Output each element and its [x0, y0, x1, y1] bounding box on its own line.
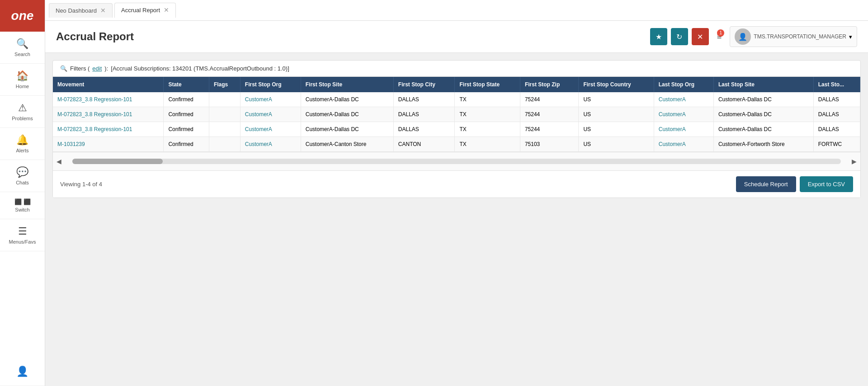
table-cell[interactable]: M-072823_3.8 Regression-101 [53, 92, 164, 107]
table-cell-link[interactable]: M-072823_3.8 Regression-101 [57, 111, 132, 118]
table-cell[interactable]: M-072823_3.8 Regression-101 [53, 122, 164, 137]
table-cell-link[interactable]: CustomerA [659, 96, 686, 103]
switch-icons: ⬛ ⬛ [14, 198, 31, 205]
table-cell [209, 107, 240, 122]
sidebar-label-search: Search [14, 52, 30, 57]
table-cell[interactable]: CustomerA [654, 107, 713, 122]
col-last-stop-org: Last Stop Org [654, 77, 713, 92]
table-cell-link[interactable]: CustomerA [245, 111, 272, 118]
table-cell: 75244 [520, 107, 578, 122]
user-dropdown[interactable]: 👤 TMS.TRANSPORTATION_MANAGER ▾ [730, 26, 857, 47]
table-cell[interactable]: CustomerA [240, 122, 301, 137]
table-body: M-072823_3.8 Regression-101ConfirmedCust… [53, 92, 860, 152]
table-row: M-072823_3.8 Regression-101ConfirmedCust… [53, 122, 860, 137]
star-button[interactable]: ★ [650, 28, 667, 45]
table-cell [209, 92, 240, 107]
col-last-stop: Last Sto... [813, 77, 860, 92]
table-cell[interactable]: CustomerA [654, 137, 713, 152]
scroll-left-arrow[interactable]: ◀ [55, 156, 63, 167]
close-icon: ✕ [697, 33, 703, 41]
table-cell[interactable]: M-1031239 [53, 137, 164, 152]
table-cell-link[interactable]: M-072823_3.8 Regression-101 [57, 126, 132, 132]
menu-button[interactable]: ≡ 1 [712, 29, 726, 44]
tab-label-accrual-report: Accrual Report [121, 7, 160, 14]
table-cell: DALLAS [393, 107, 455, 122]
scroll-right-arrow[interactable]: ▶ [850, 156, 859, 167]
sidebar-label-menus: Menus/Favs [9, 239, 36, 245]
sidebar-item-home[interactable]: 🏠 Home [0, 64, 45, 96]
table-cell[interactable]: CustomerA [240, 92, 301, 107]
table-cell: DALLAS [393, 92, 455, 107]
table-cell[interactable]: CustomerA [240, 137, 301, 152]
table-cell: CustomerA-Dallas DC [301, 107, 393, 122]
sidebar: one 🔍 Search 🏠 Home ⚠ Problems 🔔 Alerts … [0, 0, 45, 386]
sidebar-bottom: 👤 [0, 359, 45, 386]
col-state: State [164, 77, 209, 92]
user-name: TMS.TRANSPORTATION_MANAGER [754, 33, 846, 40]
export-csv-button[interactable]: Export to CSV [800, 176, 853, 192]
menus-icon: ☰ [18, 226, 27, 237]
table-row: M-072823_3.8 Regression-101ConfirmedCust… [53, 92, 860, 107]
table-cell: CANTON [393, 137, 455, 152]
filters-edit-link[interactable]: edit [92, 65, 102, 72]
sidebar-item-chats[interactable]: 💬 Chats [0, 160, 45, 192]
col-first-stop-state: First Stop State [455, 77, 520, 92]
page-header: Accrual Report ★ ↻ ✕ ≡ 1 👤 TMS.TRANSPORT… [45, 21, 868, 53]
tab-accrual-report[interactable]: Accrual Report ✕ [114, 3, 176, 18]
table-cell: 75244 [520, 122, 578, 137]
sidebar-item-problems[interactable]: ⚠ Problems [0, 96, 45, 128]
table-cell: US [579, 137, 654, 152]
sidebar-item-alerts[interactable]: 🔔 Alerts [0, 128, 45, 160]
page-title: Accrual Report [56, 30, 650, 43]
tab-close-accrual-report[interactable]: ✕ [164, 7, 169, 13]
table-cell[interactable]: CustomerA [654, 92, 713, 107]
table-cell-link[interactable]: CustomerA [245, 96, 272, 103]
table-cell: Confirmed [164, 107, 209, 122]
schedule-report-button[interactable]: Schedule Report [736, 176, 796, 192]
table-cell: US [579, 122, 654, 137]
table-cell-link[interactable]: CustomerA [245, 141, 272, 147]
col-first-stop-zip: First Stop Zip [520, 77, 578, 92]
table-cell [209, 137, 240, 152]
close-report-button[interactable]: ✕ [692, 28, 709, 45]
table-cell: CustomerA-Dallas DC [301, 122, 393, 137]
notification-badge: 1 [717, 29, 724, 37]
table-cell[interactable]: M-072823_3.8 Regression-101 [53, 107, 164, 122]
table-cell: Confirmed [164, 122, 209, 137]
sidebar-logo[interactable]: one [0, 0, 45, 32]
table-cell[interactable]: CustomerA [654, 122, 713, 137]
chevron-down-icon: ▾ [849, 33, 852, 40]
table-cell-link[interactable]: CustomerA [245, 126, 272, 132]
sidebar-item-switch[interactable]: ⬛ ⬛ Switch [0, 192, 45, 219]
search-icon: 🔍 [16, 38, 28, 50]
table-cell-link[interactable]: M-1031239 [57, 141, 85, 147]
sidebar-item-menus[interactable]: ☰ Menus/Favs [0, 219, 45, 251]
sidebar-label-alerts: Alerts [16, 148, 28, 153]
tab-close-neo-dashboard[interactable]: ✕ [100, 7, 106, 14]
tab-bar: Neo Dashboard ✕ Accrual Report ✕ [45, 0, 868, 21]
scrollbar-track[interactable] [72, 159, 841, 164]
table-cell-link[interactable]: CustomerA [659, 111, 686, 118]
chats-icon: 💬 [16, 166, 28, 178]
table-cell-link[interactable]: CustomerA [659, 141, 686, 147]
logo-text: one [11, 9, 34, 23]
table-cell: CustomerA-Dallas DC [713, 122, 813, 137]
table-row: M-1031239ConfirmedCustomerACustomerA-Can… [53, 137, 860, 152]
sidebar-item-search[interactable]: 🔍 Search [0, 32, 45, 64]
header-actions: ★ ↻ ✕ ≡ 1 👤 TMS.TRANSPORTATION_MANAGER ▾ [650, 26, 857, 47]
switch-icon-right: ⬛ [24, 198, 31, 205]
table-cell: 75103 [520, 137, 578, 152]
table-cell[interactable]: CustomerA [240, 107, 301, 122]
sidebar-item-user-avatar[interactable]: 👤 [0, 359, 45, 386]
sidebar-label-switch: Switch [15, 207, 29, 212]
refresh-button[interactable]: ↻ [671, 28, 688, 45]
table-cell: Confirmed [164, 92, 209, 107]
report-table: Movement State Flags First Stop Org Firs… [53, 77, 860, 152]
main-content: Neo Dashboard ✕ Accrual Report ✕ Accrual… [45, 0, 868, 386]
table-cell-link[interactable]: CustomerA [659, 126, 686, 132]
table-container: Movement State Flags First Stop Org Firs… [53, 77, 860, 152]
tab-neo-dashboard[interactable]: Neo Dashboard ✕ [49, 3, 113, 18]
table-cell-link[interactable]: M-072823_3.8 Regression-101 [57, 96, 132, 103]
scrollbar-thumb[interactable] [72, 159, 163, 164]
scrollbar-area: ◀ ▶ [53, 152, 860, 170]
